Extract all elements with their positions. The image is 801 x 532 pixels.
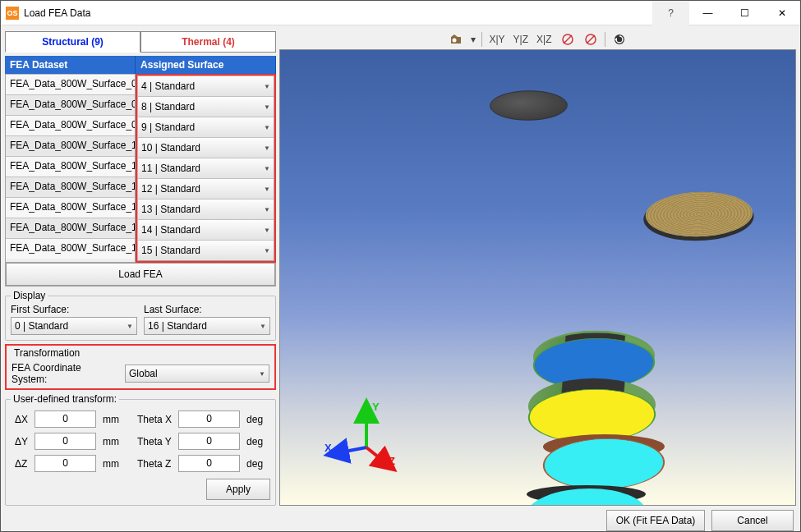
app-icon: OS (6, 7, 19, 20)
help-button[interactable]: ? (652, 1, 689, 25)
ok-button[interactable]: OK (Fit FEA Data) (606, 510, 705, 531)
surface-select[interactable]: 12 | Standard▼ (137, 179, 274, 199)
select-value: 9 | Standard (141, 122, 195, 133)
deg-unit: deg (244, 431, 265, 452)
select-value: 13 | Standard (141, 204, 200, 215)
last-surface-select[interactable]: 16 | Standard▼ (144, 317, 270, 335)
thetay-input[interactable]: 0 (178, 433, 240, 450)
view-xy-button[interactable]: X|Y (486, 30, 508, 48)
thetay-label: Theta Y (135, 431, 174, 452)
chevron-down-icon: ▼ (264, 103, 270, 111)
transformation-group: Transformation FEA Coordinate System: Gl… (8, 347, 273, 387)
thetaz-input[interactable]: 0 (178, 455, 240, 472)
load-fea-button[interactable]: Load FEA (6, 263, 275, 286)
dz-label: ΔZ (12, 453, 30, 474)
window-title: Load FEA Data (24, 7, 90, 19)
dx-input[interactable]: 0 (35, 410, 96, 428)
dataset-cell: FEA_Data_800W_Surface_04_D (6, 75, 135, 94)
first-surface-label: First Surface: (11, 304, 137, 315)
left-pane: Structural (9) Thermal (4) FEA Dataset A… (5, 30, 276, 506)
chevron-down-icon: ▼ (264, 247, 270, 255)
close-button[interactable]: ✕ (763, 1, 800, 25)
surface-select[interactable]: 9 | Standard▼ (137, 117, 274, 137)
chevron-down-icon: ▼ (264, 227, 270, 234)
select-value: 4 | Standard (141, 80, 195, 92)
axis-z-label: Z (389, 455, 395, 467)
svg-line-2 (564, 35, 572, 44)
select-value: 0 | Standard (15, 320, 68, 332)
coord-system-select[interactable]: Global▼ (125, 365, 269, 383)
dz-input[interactable]: 0 (35, 455, 96, 472)
tab-structural[interactable]: Structural (9) (5, 31, 140, 53)
dataset-cell: FEA_Data_800W_Surface_11_D (6, 157, 135, 177)
first-surface-select[interactable]: 0 | Standard▼ (11, 317, 137, 335)
thetaz-label: Theta Z (135, 453, 174, 474)
viewport-toolbar: ▾ X|Y Y|Z X|Z (279, 30, 796, 49)
display-legend: Display (11, 290, 48, 301)
surface-select[interactable]: 4 | Standard▼ (137, 76, 274, 96)
pan-lock-icon[interactable] (580, 30, 601, 48)
dy-label: ΔY (12, 431, 30, 452)
chevron-down-icon: ▼ (260, 323, 266, 330)
surface-select[interactable]: 11 | Standard▼ (137, 158, 274, 178)
apply-button[interactable]: Apply (206, 479, 270, 500)
select-value: 10 | Standard (141, 142, 200, 154)
dataset-cell: FEA_Data_800W_Surface_15_D (6, 239, 135, 259)
rotation-lock-icon[interactable] (557, 30, 578, 48)
column-header-assigned-surface: Assigned Surface (136, 56, 276, 74)
minimize-button[interactable]: — (689, 1, 726, 25)
select-value: Global (129, 368, 158, 379)
user-defined-transform-group: User-defined transform: ΔX 0 mm Theta X … (5, 393, 276, 506)
cancel-button[interactable]: Cancel (711, 510, 794, 531)
dx-label: ΔX (12, 409, 30, 429)
surface-select[interactable]: 8 | Standard▼ (137, 97, 274, 117)
surface-select[interactable]: 13 | Standard▼ (137, 200, 274, 219)
dialog-footer: OK (Fit FEA Data) Cancel (1, 510, 800, 531)
dataset-cell: FEA_Data_800W_Surface_10_D (6, 136, 135, 156)
viewport-3d[interactable]: Y X Z (279, 49, 796, 506)
svg-line-12 (366, 447, 387, 464)
window: OS Load FEA Data ? — ☐ ✕ Structural (9) … (0, 0, 801, 532)
view-xz-button[interactable]: X|Z (533, 30, 555, 48)
dataset-cell: FEA_Data_800W_Surface_14_D (6, 218, 135, 238)
tab-thermal[interactable]: Thermal (4) (140, 31, 276, 53)
udt-legend: User-defined transform: (11, 393, 119, 405)
svg-line-11 (336, 447, 366, 453)
deg-unit: deg (244, 409, 265, 429)
right-pane: ▾ X|Y Y|Z X|Z (279, 30, 796, 506)
transformation-legend: Transformation (12, 347, 82, 359)
chevron-down-icon: ▼ (127, 323, 133, 330)
display-group: Display First Surface: 0 | Standard▼ Las… (5, 290, 276, 341)
select-value: 16 | Standard (148, 320, 207, 332)
select-value: 11 | Standard (141, 163, 200, 174)
chevron-down-icon: ▼ (264, 206, 270, 213)
chevron-down-icon: ▼ (264, 144, 270, 152)
surface-select[interactable]: 14 | Standard▼ (137, 220, 274, 240)
select-value: 12 | Standard (141, 183, 200, 195)
svg-point-0 (453, 39, 457, 43)
view-yz-button[interactable]: Y|Z (510, 30, 532, 48)
chevron-down-icon: ▼ (259, 370, 265, 378)
dy-input[interactable]: 0 (35, 433, 96, 450)
maximize-button[interactable]: ☐ (726, 1, 763, 25)
surface-select[interactable]: 15 | Standard▼ (137, 241, 274, 260)
dataset-cell: FEA_Data_800W_Surface_09_D (6, 116, 135, 135)
table-header: FEA Dataset Assigned Surface (5, 56, 276, 74)
dataset-cell: FEA_Data_800W_Surface_08_D (6, 95, 135, 115)
reset-view-icon[interactable] (609, 30, 630, 48)
select-value: 14 | Standard (141, 224, 200, 236)
thetax-label: Theta X (135, 409, 174, 429)
viewport-surface (489, 90, 569, 120)
camera-icon[interactable] (445, 30, 467, 48)
surface-select[interactable]: 10 | Standard▼ (137, 138, 274, 158)
axis-triad: Y X Z (329, 402, 395, 468)
chevron-down-icon: ▼ (264, 124, 270, 131)
mm-unit: mm (100, 431, 122, 452)
dataset-cell: FEA_Data_800W_Surface_12_D (6, 177, 135, 197)
viewport-surface (642, 192, 756, 237)
thetax-input[interactable]: 0 (178, 410, 240, 428)
select-value: 8 | Standard (141, 101, 195, 112)
chevron-down-icon: ▼ (264, 165, 270, 172)
dropdown-icon[interactable]: ▾ (468, 30, 478, 48)
last-surface-label: Last Surface: (144, 304, 270, 315)
